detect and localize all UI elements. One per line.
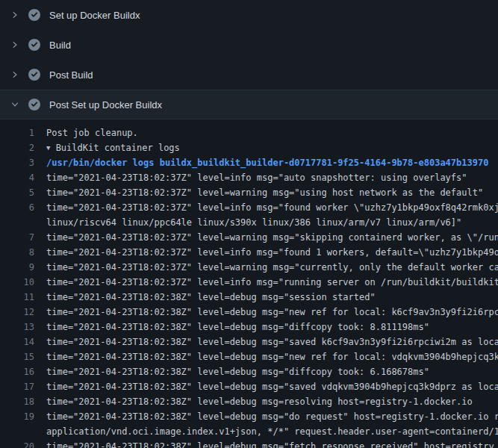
log-line: application/vnd.oci.image.index.v1+json,… bbox=[0, 424, 498, 439]
line-number[interactable]: 15 bbox=[0, 349, 34, 364]
line-number[interactable]: 18 bbox=[0, 394, 34, 409]
log-text: time="2021-04-23T18:02:38Z" level=debug … bbox=[34, 409, 498, 424]
log-text: application/vnd.oci.image.index.v1+json,… bbox=[34, 424, 498, 439]
check-circle-icon bbox=[28, 39, 40, 51]
log-line: 13time="2021-04-23T18:02:38Z" level=debu… bbox=[0, 320, 498, 335]
log-output: 1Post job cleanup.2▼ BuildKit container … bbox=[0, 119, 498, 448]
log-text: linux/riscv64 linux/ppc64le linux/s390x … bbox=[34, 215, 461, 230]
section-setup-docker-buildx[interactable]: Set up Docker Buildx bbox=[0, 0, 498, 30]
log-text: time="2021-04-23T18:02:38Z" level=debug … bbox=[34, 335, 498, 349]
log-text: time="2021-04-23T18:02:38Z" level=debug … bbox=[34, 320, 429, 335]
chevron-right-icon[interactable] bbox=[9, 69, 21, 81]
log-line: 6time="2021-04-23T18:02:37Z" level=info … bbox=[0, 200, 498, 215]
log-line: 1Post job cleanup. bbox=[0, 125, 498, 140]
log-line: 14time="2021-04-23T18:02:38Z" level=debu… bbox=[0, 335, 498, 349]
line-number[interactable]: 19 bbox=[0, 409, 34, 424]
line-number[interactable]: 8 bbox=[0, 245, 34, 260]
line-number[interactable]: 4 bbox=[0, 170, 34, 185]
log-text: time="2021-04-23T18:02:38Z" level=debug … bbox=[34, 364, 429, 379]
line-number[interactable]: 10 bbox=[0, 275, 34, 290]
line-number bbox=[0, 424, 34, 439]
section-post-setup-docker-buildx[interactable]: Post Set up Docker Buildx bbox=[0, 90, 498, 119]
log-line: 5time="2021-04-23T18:02:37Z" level=warni… bbox=[0, 185, 498, 200]
log-line: linux/riscv64 linux/ppc64le linux/s390x … bbox=[0, 215, 498, 230]
log-line: 20time="2021-04-23T18:02:38Z" level=debu… bbox=[0, 439, 498, 448]
log-command-link[interactable]: /usr/bin/docker logs buildx_buildkit_bui… bbox=[34, 155, 488, 170]
line-number[interactable]: 13 bbox=[0, 320, 34, 335]
line-number[interactable]: 5 bbox=[0, 185, 34, 200]
log-line: 11time="2021-04-23T18:02:38Z" level=debu… bbox=[0, 290, 498, 305]
check-circle-icon bbox=[28, 99, 40, 111]
line-number[interactable]: 11 bbox=[0, 290, 34, 305]
line-number[interactable]: 16 bbox=[0, 364, 34, 379]
log-line: 16time="2021-04-23T18:02:38Z" level=debu… bbox=[0, 364, 498, 379]
section-label: Post Set up Docker Buildx bbox=[49, 99, 162, 111]
line-number[interactable]: 2 bbox=[0, 140, 34, 155]
log-line: 17time="2021-04-23T18:02:38Z" level=debu… bbox=[0, 379, 498, 394]
log-line: 4time="2021-04-23T18:02:37Z" level=info … bbox=[0, 170, 498, 185]
log-text: time="2021-04-23T18:02:38Z" level=debug … bbox=[34, 379, 498, 394]
line-number[interactable]: 6 bbox=[0, 200, 34, 215]
log-text: time="2021-04-23T18:02:38Z" level=debug … bbox=[34, 439, 494, 448]
log-text: Post job cleanup. bbox=[34, 125, 138, 140]
log-text: time="2021-04-23T18:02:38Z" level=debug … bbox=[34, 305, 498, 320]
line-number[interactable]: 17 bbox=[0, 379, 34, 394]
line-number bbox=[0, 215, 34, 230]
log-text: time="2021-04-23T18:02:38Z" level=debug … bbox=[34, 349, 498, 364]
log-line: 9time="2021-04-23T18:02:37Z" level=warni… bbox=[0, 260, 498, 275]
line-number[interactable]: 7 bbox=[0, 230, 34, 245]
section-post-build[interactable]: Post Build bbox=[0, 60, 498, 90]
chevron-right-icon[interactable] bbox=[9, 9, 21, 21]
line-number[interactable]: 14 bbox=[0, 335, 34, 349]
section-label: Set up Docker Buildx bbox=[49, 10, 140, 21]
log-text: time="2021-04-23T18:02:37Z" level=info m… bbox=[34, 170, 467, 185]
log-line: 10time="2021-04-23T18:02:37Z" level=info… bbox=[0, 275, 498, 290]
line-number[interactable]: 20 bbox=[0, 439, 34, 448]
log-line: 19time="2021-04-23T18:02:38Z" level=debu… bbox=[0, 409, 498, 424]
log-text: time="2021-04-23T18:02:37Z" level=warnin… bbox=[34, 260, 498, 275]
log-text: time="2021-04-23T18:02:37Z" level=info m… bbox=[34, 200, 498, 215]
log-lines: 1Post job cleanup.2▼ BuildKit container … bbox=[0, 125, 498, 448]
check-circle-icon bbox=[28, 69, 40, 81]
log-line: 12time="2021-04-23T18:02:38Z" level=debu… bbox=[0, 305, 498, 320]
section-label: Post Build bbox=[49, 69, 93, 81]
log-line: 3/usr/bin/docker logs buildx_buildkit_bu… bbox=[0, 155, 498, 170]
log-text: time="2021-04-23T18:02:38Z" level=debug … bbox=[34, 394, 473, 409]
group-expand-caret-icon[interactable]: ▼ bbox=[46, 140, 50, 155]
log-line: 2▼ BuildKit container logs bbox=[0, 140, 498, 155]
chevron-down-icon[interactable] bbox=[9, 99, 21, 111]
line-number[interactable]: 3 bbox=[0, 155, 34, 170]
line-number[interactable]: 12 bbox=[0, 305, 34, 320]
log-text: time="2021-04-23T18:02:37Z" level=info m… bbox=[34, 245, 498, 260]
log-group-toggle[interactable]: ▼ BuildKit container logs bbox=[34, 140, 180, 155]
section-label: Build bbox=[49, 40, 71, 51]
log-line: 8time="2021-04-23T18:02:37Z" level=info … bbox=[0, 245, 498, 260]
line-number[interactable]: 9 bbox=[0, 260, 34, 275]
chevron-right-icon[interactable] bbox=[9, 39, 21, 51]
log-line: 15time="2021-04-23T18:02:38Z" level=debu… bbox=[0, 349, 498, 364]
actions-log-viewer: Set up Docker Buildx Build Post Build Po… bbox=[0, 0, 498, 448]
check-circle-icon bbox=[28, 9, 40, 21]
log-text: time="2021-04-23T18:02:37Z" level=warnin… bbox=[34, 230, 498, 245]
line-number[interactable]: 1 bbox=[0, 125, 34, 140]
log-line: 7time="2021-04-23T18:02:37Z" level=warni… bbox=[0, 230, 498, 245]
log-text: time="2021-04-23T18:02:38Z" level=debug … bbox=[34, 290, 376, 305]
log-line: 18time="2021-04-23T18:02:38Z" level=debu… bbox=[0, 394, 498, 409]
log-text: time="2021-04-23T18:02:37Z" level=info m… bbox=[34, 275, 498, 290]
section-build[interactable]: Build bbox=[0, 30, 498, 60]
log-text: time="2021-04-23T18:02:37Z" level=warnin… bbox=[34, 185, 483, 200]
